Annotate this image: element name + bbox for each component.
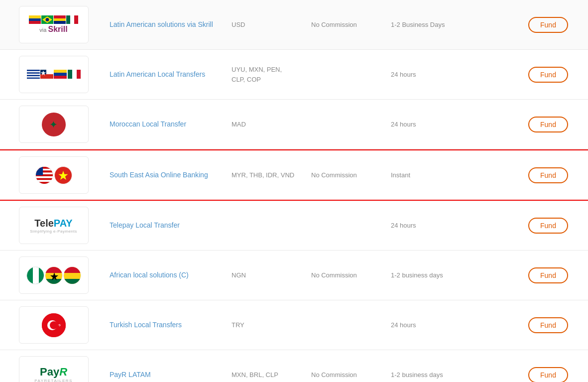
payment-methods-table: via Skrill Latin American solutions via … [0,0,588,382]
svg-rect-26 [77,70,81,79]
svg-rect-48 [64,279,81,284]
sea-flags [35,166,72,184]
commission: No Commission [311,21,391,28]
fund-button[interactable]: Fund [528,317,568,333]
processing-time: 24 hours [391,71,518,78]
currency: MXN, BRL, CLP [232,370,311,380]
svg-rect-47 [64,267,81,273]
fund-cell: Fund [518,67,578,83]
fund-button[interactable]: Fund [528,17,568,33]
svg-marker-39 [58,171,68,180]
fund-cell: Fund [518,218,578,234]
logo-box-telepay: TelePAY Simplifying e-Payments [19,207,89,244]
logo-cell [10,256,102,294]
row-telepay: TelePAY Simplifying e-Payments Telepay L… [0,201,588,251]
commission: No Commission [311,371,391,379]
row-moroccan-local: ✦ Moroccan Local Transfer MAD 24 hours F… [0,100,588,149]
svg-rect-44 [45,279,63,284]
svg-rect-41 [33,267,39,284]
logo-cell: TelePAY Simplifying e-Payments [10,207,102,244]
processing-time: 24 hours [391,121,518,128]
logo-box-morocco: ✦ [19,106,89,143]
currency: UYU, MXN, PEN,CLP, COP [232,65,311,84]
currency: MAD [232,120,311,129]
svg-rect-36 [36,182,53,184]
svg-rect-8 [54,21,66,24]
fund-cell: Fund [518,317,578,333]
svg-rect-2 [29,21,41,24]
telepay-logo-text: TelePAY [34,217,72,229]
fund-cell: Fund [518,117,578,132]
svg-rect-34 [36,178,53,180]
logo-cell: via Skrill [10,6,102,43]
logo-box-turkey [19,306,89,344]
fund-button[interactable]: Fund [528,67,568,83]
payr-logo-text: PayR [40,367,67,378]
logo-cell: PayR PAYRETAILERS [10,356,102,382]
row-turkish-local: Turkish Local Transfers TRY 24 hours Fun… [0,300,588,350]
currency: USD [232,20,311,30]
processing-time: 1-2 business days [391,271,518,279]
svg-rect-28 [36,167,53,169]
row-african-local: African local solutions (C) NGN No Commi… [0,251,588,300]
processing-time: 1-2 Business Days [391,21,518,28]
african-flag-3-icon [63,266,81,284]
svg-rect-35 [36,180,53,182]
svg-rect-10 [70,15,74,24]
svg-rect-33 [36,176,53,178]
logo-cell [10,306,102,344]
logo-cell [10,156,102,194]
fund-cell: Fund [518,17,578,33]
logo-box-african [19,256,89,294]
payment-name: PayR LATAM [102,370,232,380]
morocco-star-icon: ✦ [49,120,58,129]
fund-cell: Fund [518,267,578,283]
payment-name: Latin American Local Transfers [102,70,232,80]
payment-name: South East Asia Online Banking [102,170,232,180]
row-payr-latam: PayR PAYRETAILERS PayR LATAM MXN, BRL, C… [0,350,588,382]
svg-rect-9 [66,15,70,24]
svg-rect-16 [27,77,40,78]
svg-rect-25 [72,70,77,79]
svg-point-51 [50,321,58,329]
fund-button[interactable]: Fund [528,117,568,132]
svg-rect-21 [54,70,67,73]
svg-rect-23 [54,76,67,79]
fund-cell: Fund [518,367,578,382]
payment-name: African local solutions (C) [102,270,232,280]
commission: No Commission [311,171,391,179]
logo-box-latam-skrill: via Skrill [19,6,89,43]
svg-rect-15 [27,75,40,76]
logo-cell: ✦ [10,106,102,143]
nigeria-flag-icon [26,266,44,284]
telepay-tagline: Simplifying e-Payments [30,229,77,234]
svg-rect-43 [45,267,63,273]
currency: MYR, THB, IDR, VND [232,170,311,180]
african-flags [26,266,81,284]
payr-tagline: PAYRETAILERS [34,379,73,382]
payment-name: Turkish Local Transfers [102,320,232,330]
svg-rect-11 [74,15,78,24]
processing-time: Instant [391,171,518,179]
svg-rect-13 [27,70,40,71]
turkey-flag-icon [42,313,66,337]
fund-button[interactable]: Fund [528,367,568,382]
ghana-flag-icon [45,266,63,284]
currency: TRY [232,320,311,330]
svg-rect-37 [36,167,43,175]
payment-name: Latin American solutions via Skrill [102,20,232,30]
fund-button[interactable]: Fund [528,267,568,283]
logo-cell [10,56,102,93]
svg-rect-12 [27,70,40,79]
fund-button[interactable]: Fund [528,167,568,183]
svg-rect-24 [68,70,72,79]
payr-logo: PayR PAYRETAILERS [34,367,73,382]
payment-name: Moroccan Local Transfer [102,120,232,129]
processing-time: 1-2 business days [391,371,518,379]
fund-button[interactable]: Fund [528,218,568,234]
svg-rect-22 [54,73,67,76]
svg-rect-0 [29,15,41,18]
morocco-flag-icon: ✦ [42,113,66,136]
svg-rect-14 [27,72,40,74]
currency: NGN [232,270,311,280]
